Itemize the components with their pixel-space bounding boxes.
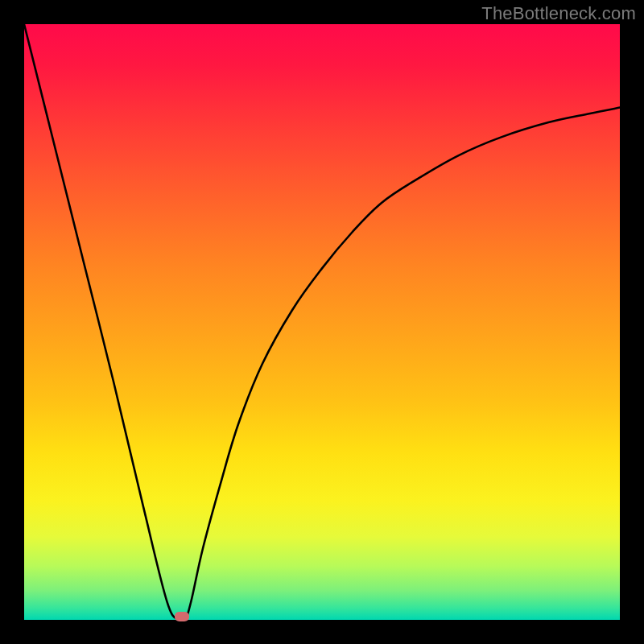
minimum-point-marker — [175, 612, 189, 621]
plot-area — [24, 24, 620, 620]
chart-frame: TheBottleneck.com — [0, 0, 644, 644]
watermark-text: TheBottleneck.com — [481, 3, 636, 24]
bottleneck-curve — [24, 24, 620, 622]
curve-svg — [24, 24, 620, 620]
